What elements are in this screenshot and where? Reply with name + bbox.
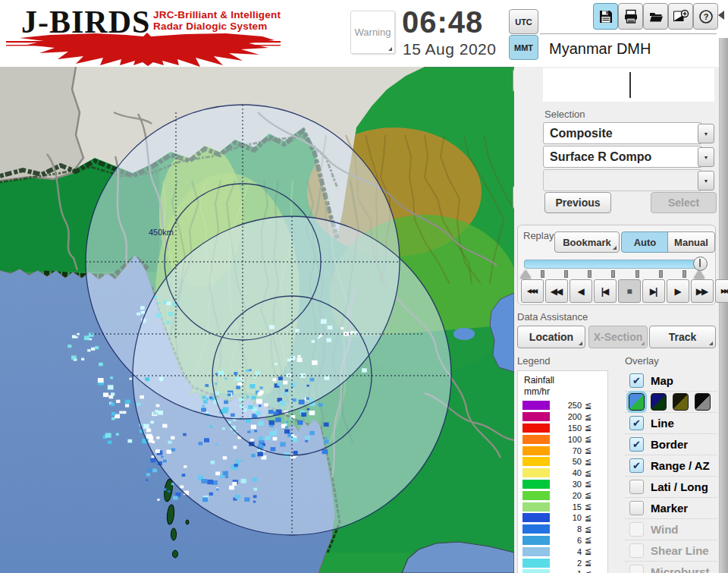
station-input[interactable]	[543, 68, 714, 102]
slider-tick	[588, 270, 592, 278]
legend-value: 30	[550, 480, 582, 489]
legend-value: 4	[550, 547, 582, 556]
legend-row: 200≦	[518, 411, 607, 423]
auto-button[interactable]: Auto	[621, 231, 669, 253]
panel-edge-strip[interactable]	[719, 38, 728, 573]
save-button[interactable]	[593, 3, 618, 30]
manual-button[interactable]: Manual	[667, 231, 715, 253]
legend-color-swatch	[522, 491, 550, 500]
legend-row: 50≦	[518, 456, 607, 468]
legend-row: 250≦	[518, 400, 607, 411]
mmt-button[interactable]: MMT	[509, 35, 538, 60]
map-style-swatch-3[interactable]	[673, 393, 689, 411]
map-style-swatch-2[interactable]	[651, 393, 667, 411]
overlay-item-label: Marker	[651, 502, 688, 515]
dropdown-product[interactable]: Surface R Compo	[543, 146, 702, 168]
overlay-item-label: Line	[651, 417, 674, 430]
logo-tagline: JRC-Brilliant & Intelligent Radar Dialog…	[153, 9, 281, 32]
forward-button[interactable]: ▶▶	[691, 279, 714, 303]
checkbox-marker[interactable]	[629, 501, 644, 515]
play-backward-button[interactable]: ◀	[570, 279, 592, 303]
bookmark-button[interactable]: Bookmark	[554, 231, 620, 253]
legend-value: 250	[550, 401, 582, 410]
replay-slider-track[interactable]	[524, 260, 700, 269]
overlay-row-border: ✔Border	[625, 434, 717, 455]
dropdown-product-arrow[interactable]: ▼	[698, 147, 714, 167]
legend-color-swatch	[522, 412, 550, 421]
dropdown-composite[interactable]: Composite	[543, 122, 702, 144]
app-logo: J-BIRDS JRC-Brilliant & Intelligent Rada…	[5, 2, 282, 65]
utc-button[interactable]: UTC	[509, 9, 538, 34]
legend-lte-symbol: ≦	[585, 558, 592, 568]
legend-color-swatch	[522, 547, 550, 556]
legend-lte-symbol: ≦	[585, 401, 592, 411]
dropdown-empty[interactable]	[543, 169, 702, 191]
radar-map[interactable]: 450km	[0, 67, 514, 573]
checkbox-wind	[629, 522, 644, 537]
replay-label: Replay	[523, 230, 554, 241]
data-assistance-label: Data Assistance	[517, 311, 588, 323]
legend-color-swatch	[522, 559, 550, 568]
map-style-swatch-1[interactable]	[629, 393, 645, 411]
dropdown-empty-arrow[interactable]: ▼	[698, 171, 714, 190]
print-button[interactable]	[618, 3, 643, 30]
checkbox-line[interactable]: ✔	[629, 416, 644, 430]
track-button[interactable]: Track	[649, 326, 716, 348]
clock-date: 15 Aug 2020	[403, 40, 496, 58]
collapse-panel-arrow[interactable]	[718, 11, 724, 20]
overlay-label: Overlay	[625, 355, 659, 367]
legend-lte-symbol: ≦	[585, 546, 592, 556]
legend-row: 100≦	[518, 433, 607, 445]
play-forward-button[interactable]: ▶	[667, 279, 689, 303]
fast-forward-button[interactable]: ▶▶▶	[715, 279, 728, 303]
playback-controls: ◀◀◀◀◀◀|◀■▶|▶▶▶▶▶▶	[521, 279, 728, 303]
replay-slider-handle[interactable]	[693, 257, 708, 271]
previous-button[interactable]: Previous	[544, 192, 611, 213]
folder-icon	[648, 9, 664, 24]
legend-lte-symbol: ≦	[585, 434, 592, 444]
step-backward-button[interactable]: |◀	[594, 279, 617, 303]
checkbox-map[interactable]: ✔	[629, 373, 644, 388]
stop-button[interactable]: ■	[618, 279, 641, 303]
legend-color-swatch	[522, 513, 550, 522]
legend-value: 6	[550, 536, 582, 545]
x-section-menu-corner	[641, 342, 645, 345]
legend-row: 2≦	[518, 557, 607, 568]
legend-value: 1	[550, 569, 582, 573]
overlay-row-line: ✔Line	[625, 413, 717, 434]
slider-start-marker[interactable]	[520, 270, 531, 279]
fast-rewind-button[interactable]: ◀◀◀	[521, 279, 544, 303]
select-button[interactable]: Select	[651, 192, 717, 213]
warning-menu-corner	[388, 47, 392, 51]
slider-tick	[659, 270, 663, 278]
legend-lte-symbol: ≦	[585, 468, 592, 478]
slider-tick	[682, 270, 686, 278]
step-forward-button[interactable]: ▶|	[642, 279, 665, 303]
rewind-button[interactable]: ◀◀	[545, 279, 568, 303]
dropdown-composite-arrow[interactable]: ▼	[698, 124, 714, 143]
capture-button[interactable]	[668, 3, 693, 30]
warning-button[interactable]: Warning	[350, 11, 395, 54]
slider-end-marker[interactable]	[694, 270, 704, 279]
overlay-row-lati-long: Lati / Long	[625, 477, 717, 498]
replay-group: Replay Bookmark Auto Manual ◀◀◀◀◀◀|◀■▶|▶…	[517, 225, 716, 305]
legend-value: 10	[550, 513, 582, 522]
x-section-button[interactable]: X-Section	[588, 326, 648, 348]
legend-title: Rainfall	[518, 371, 607, 386]
help-button[interactable]: ?	[693, 3, 718, 30]
overlay-item-label: Shear Line	[651, 544, 709, 557]
location-button[interactable]: Location	[517, 326, 585, 348]
open-folder-button[interactable]	[643, 3, 668, 30]
overlay-row-microburst: Microburst	[625, 562, 717, 573]
overlay-item-label: Range / AZ	[651, 459, 710, 472]
checkbox-lati-long[interactable]	[629, 480, 644, 494]
lake	[453, 328, 475, 340]
legend-row: 20≦	[518, 490, 607, 501]
legend-value: 2	[550, 559, 582, 568]
header-separator	[540, 33, 717, 34]
legend-row: 4≦	[518, 546, 607, 557]
checkbox-range-az[interactable]: ✔	[629, 458, 644, 473]
help-icon: ?	[698, 9, 714, 24]
map-style-swatch-4[interactable]	[695, 393, 711, 411]
checkbox-border[interactable]: ✔	[629, 437, 644, 452]
